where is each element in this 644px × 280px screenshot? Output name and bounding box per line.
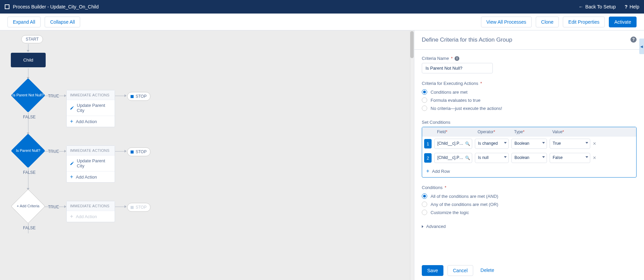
plus-icon: +: [70, 119, 73, 124]
add-action-label: Add Action: [76, 119, 97, 124]
exec-actions-label: Criteria for Executing Actions*: [422, 81, 637, 86]
action-label: Update Parent City: [77, 158, 111, 168]
app-title: Process Builder - Update_City_On_Child: [13, 4, 99, 9]
condition-row-1: 1 [Child__c].Par...🔍 Is changed Boolean …: [422, 137, 636, 151]
view-all-processes-button[interactable]: View All Processes: [481, 17, 532, 27]
advanced-toggle[interactable]: Advanced: [422, 224, 637, 229]
add-action-button-disabled: + Add Action: [67, 211, 115, 222]
criteria-node-2[interactable]: Is Parent Null?: [11, 134, 45, 168]
condition-row-2: 2 [Child__c].Par...🔍 Is null Boolean Fal…: [422, 151, 636, 165]
row-number: 2: [424, 153, 432, 163]
conditions-table: Field* Operator* Type* Value* 1 [Child__…: [422, 127, 637, 178]
caret-down-icon: [542, 156, 545, 158]
canvas-scrollbar[interactable]: [410, 30, 414, 280]
canvas-area[interactable]: START Child Is Parent Not Null? TRUE IMM…: [0, 30, 414, 280]
stop-label: STOP: [136, 149, 146, 154]
stop-node[interactable]: STOP: [127, 147, 151, 156]
scrollbar-thumb[interactable]: [410, 31, 414, 58]
cond-opt-and[interactable]: All of the conditions are met (AND): [422, 192, 637, 200]
delete-row-button[interactable]: ×: [593, 155, 596, 161]
type-select[interactable]: Boolean: [511, 139, 547, 149]
exec-opt-formula[interactable]: Formula evaluates to true: [422, 96, 637, 104]
arrow-right-icon: [124, 94, 127, 97]
exec-opt-none[interactable]: No criteria—just execute the actions!: [422, 104, 637, 112]
operator-select[interactable]: Is null: [475, 153, 509, 163]
delete-button[interactable]: Delete: [477, 265, 498, 276]
activate-button[interactable]: Activate: [609, 17, 637, 27]
criteria-label: Is Parent Not Null?: [8, 78, 48, 112]
add-criteria-label: + Add Criteria: [8, 189, 48, 223]
clone-button[interactable]: Clone: [536, 17, 559, 27]
connector: [28, 44, 28, 50]
false-label: FALSE: [23, 170, 36, 175]
edit-properties-button[interactable]: Edit Properties: [563, 17, 605, 27]
radio-label: Customize the logic: [431, 210, 469, 215]
value-select[interactable]: True: [550, 139, 590, 149]
radio-label: No criteria—just execute the actions!: [431, 106, 502, 111]
help-link[interactable]: Help: [625, 4, 639, 9]
connector: [28, 223, 28, 233]
connector: [115, 96, 124, 96]
exec-opt-conditions[interactable]: Conditions are met: [422, 88, 637, 96]
criteria-node-1[interactable]: Is Parent Not Null?: [11, 78, 45, 112]
criteria-name-input[interactable]: [422, 63, 493, 73]
caret-down-icon: [504, 156, 507, 158]
immediate-actions-3: IMMEDIATE ACTIONS + Add Action: [66, 201, 115, 222]
delete-row-button[interactable]: ×: [593, 141, 596, 147]
save-button[interactable]: Save: [422, 265, 443, 276]
criteria-label: Is Parent Null?: [8, 134, 48, 168]
add-criteria-node[interactable]: + Add Criteria: [11, 189, 45, 223]
pencil-icon: [70, 161, 74, 165]
stop-label: STOP: [136, 94, 146, 99]
advanced-label: Advanced: [426, 224, 446, 229]
app-header: Process Builder - Update_City_On_Child B…: [0, 0, 644, 14]
search-icon: 🔍: [465, 156, 470, 160]
radio-icon: [422, 202, 427, 207]
panel-help-icon[interactable]: ?: [630, 37, 637, 43]
operator-select[interactable]: Is changed: [475, 139, 509, 149]
radio-icon: [422, 97, 427, 103]
stop-icon: [131, 95, 134, 98]
action-item[interactable]: Update Parent City: [67, 156, 115, 171]
cancel-button[interactable]: Cancel: [447, 265, 473, 276]
cond-opt-custom[interactable]: Customize the logic: [422, 208, 637, 216]
back-to-setup-link[interactable]: Back To Setup: [579, 4, 616, 9]
add-row-label: Add Row: [432, 169, 450, 174]
criteria-name-label: Criteria Name* i: [422, 56, 637, 61]
chevron-right-icon: [422, 225, 423, 228]
add-row-button[interactable]: + Add Row: [422, 165, 636, 177]
cond-opt-or[interactable]: Any of the conditions are met (OR): [422, 200, 637, 208]
stop-icon: [131, 150, 134, 154]
actions-header: IMMEDIATE ACTIONS: [67, 90, 115, 100]
type-select[interactable]: Boolean: [511, 153, 547, 163]
add-action-button[interactable]: + Add Action: [67, 171, 115, 182]
stop-node-disabled: STOP: [127, 203, 151, 212]
conditions-header-row: Field* Operator* Type* Value*: [422, 127, 636, 137]
stop-icon: [131, 206, 134, 209]
start-node: START: [21, 35, 43, 43]
connector: [45, 151, 64, 151]
connector: [115, 151, 124, 151]
expand-all-button[interactable]: Expand All: [7, 17, 41, 27]
radio-icon: [422, 210, 427, 215]
plus-icon: +: [70, 174, 73, 180]
false-label: FALSE: [23, 226, 36, 230]
panel-collapse-button[interactable]: ◀: [639, 39, 644, 54]
help-icon: [625, 4, 628, 9]
stop-node[interactable]: STOP: [127, 92, 151, 101]
panel-footer: Save Cancel Delete: [414, 261, 644, 280]
action-item[interactable]: Update Parent City: [67, 100, 115, 116]
connector: [28, 168, 28, 188]
add-action-label: Add Action: [76, 174, 97, 180]
info-icon[interactable]: i: [455, 56, 459, 61]
true-label: TRUE: [48, 94, 59, 98]
add-action-button[interactable]: + Add Action: [67, 116, 115, 127]
panel-body: Criteria Name* i Criteria for Executing …: [414, 50, 644, 259]
collapse-all-button[interactable]: Collapse All: [45, 17, 80, 27]
object-node[interactable]: Child: [11, 53, 46, 67]
arrow-left-icon: [579, 4, 583, 9]
connector: [28, 68, 28, 77]
radio-icon: [422, 106, 427, 111]
criteria-panel: Define Criteria for this Action Group ? …: [414, 30, 644, 280]
value-select[interactable]: False: [550, 153, 590, 163]
